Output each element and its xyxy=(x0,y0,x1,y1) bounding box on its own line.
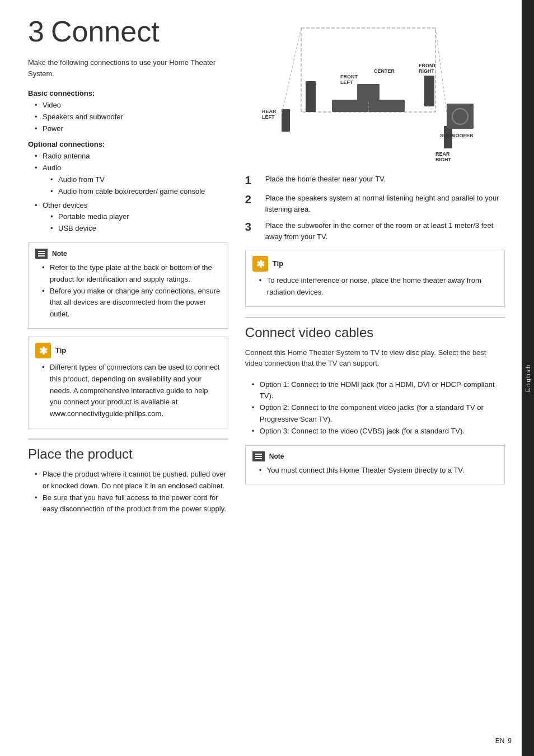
step-text: Place the home theater near your TV. xyxy=(265,174,505,187)
note-label: Note xyxy=(52,249,67,259)
step-text: Place the subwoofer in the corner of the… xyxy=(265,220,505,242)
audio-sub-list: Audio from TV Audio from cable box/recor… xyxy=(43,174,228,198)
svg-rect-12 xyxy=(282,109,290,132)
svg-text:RIGHT: RIGHT xyxy=(419,68,435,74)
optional-connections-label: Optional connections: xyxy=(28,140,228,148)
intro-text: Make the following connections to use yo… xyxy=(28,57,228,79)
section-divider-1 xyxy=(28,438,228,440)
list-item: Portable media player xyxy=(50,211,228,223)
list-item: Be sure that you have full access to the… xyxy=(35,492,228,516)
list-item: Audio from TV xyxy=(50,174,228,186)
chapter-number: 3 xyxy=(28,15,44,48)
list-item: USB device xyxy=(50,223,228,235)
tip-box-header-right: ✱ Tip xyxy=(252,256,498,272)
svg-text:✱: ✱ xyxy=(39,346,48,357)
connect-video-heading: Connect video cables xyxy=(245,325,505,340)
step-number: 3 xyxy=(245,220,261,242)
list-item: Option 1: Connect to the HDMI jack (for … xyxy=(252,379,505,403)
tip-label-right: Tip xyxy=(273,258,283,269)
list-item: Audio from cable box/recorder/ game cons… xyxy=(50,186,228,198)
list-item: Place the product where it cannot be pus… xyxy=(35,469,228,492)
chapter-heading: 3Connect xyxy=(28,17,228,46)
svg-text:RIGHT: RIGHT xyxy=(435,157,452,162)
step-text: Place the speakers system at normal list… xyxy=(265,193,505,214)
note-list-right: You must connect this Home Theater Syste… xyxy=(252,465,498,477)
connect-video-list: Option 1: Connect to the HDMI jack (for … xyxy=(245,379,505,437)
list-item: To reduce interference or noise, place t… xyxy=(259,275,498,298)
svg-text:SUBWOOFER: SUBWOOFER xyxy=(440,133,474,138)
tip-box-header-left: ✱ Tip xyxy=(35,343,221,358)
svg-rect-10 xyxy=(424,76,434,106)
note-icon-right xyxy=(252,451,265,461)
svg-rect-18 xyxy=(447,104,474,129)
page-number: 9 xyxy=(508,737,512,745)
tip-box-left: ✱ Tip Different types of connectors can … xyxy=(28,337,228,428)
list-item: Speakers and subwoofer xyxy=(35,111,228,123)
svg-text:LEFT: LEFT xyxy=(262,114,275,120)
diagram-svg: FRONT LEFT CENTER FRONT RIGHT REAR xyxy=(245,17,491,168)
note-box-header: Note xyxy=(35,249,221,259)
optional-connections-list: Radio antenna Audio Audio from TV Audio … xyxy=(28,151,228,235)
tip-label-left: Tip xyxy=(55,345,66,356)
list-item: Radio antenna xyxy=(35,151,228,162)
note-box-right: Note You must connect this Home Theater … xyxy=(245,445,505,485)
section-divider-2 xyxy=(245,317,505,318)
list-item: Power xyxy=(35,123,228,135)
placement-steps: 1 Place the home theater near your TV. 2… xyxy=(245,174,505,242)
note-list: Refer to the type plate at the back or b… xyxy=(35,262,221,320)
list-item: You must connect this Home Theater Syste… xyxy=(259,465,498,477)
step-item: 1 Place the home theater near your TV. xyxy=(245,174,505,187)
basic-connections-list: Video Speakers and subwoofer Power xyxy=(28,100,228,134)
list-item: Video xyxy=(35,100,228,111)
svg-text:REAR: REAR xyxy=(435,151,450,157)
svg-text:CENTER: CENTER xyxy=(374,68,395,74)
step-number: 1 xyxy=(245,174,261,187)
tip-list-left: Different types of connectors can be use… xyxy=(35,362,221,420)
note-box-left: Note Refer to the type plate at the back… xyxy=(28,242,228,329)
svg-line-22 xyxy=(435,28,447,112)
step-item: 2 Place the speakers system at normal li… xyxy=(245,193,505,214)
list-item: Audio Audio from TV Audio from cable box… xyxy=(35,162,228,197)
list-item: Option 3: Connect to the video (CVBS) ja… xyxy=(252,426,505,437)
svg-line-21 xyxy=(282,28,301,115)
svg-text:✱: ✱ xyxy=(256,259,264,270)
svg-rect-9 xyxy=(306,81,316,112)
svg-text:REAR: REAR xyxy=(262,109,277,114)
svg-line-23 xyxy=(301,109,306,112)
note-label-right: Note xyxy=(269,451,284,461)
tip-box-right: ✱ Tip To reduce interference or noise, p… xyxy=(245,250,505,307)
note-icon xyxy=(35,249,48,259)
svg-text:LEFT: LEFT xyxy=(340,80,353,85)
place-product-heading: Place the product xyxy=(28,446,228,462)
list-item: Refer to the type plate at the back or b… xyxy=(42,262,221,286)
step-item: 3 Place the subwoofer in the corner of t… xyxy=(245,220,505,242)
right-column: FRONT LEFT CENTER FRONT RIGHT REAR xyxy=(240,17,505,739)
tip-list-right: To reduce interference or noise, place t… xyxy=(252,275,498,298)
tip-icon-left: ✱ xyxy=(35,343,51,358)
svg-text:FRONT: FRONT xyxy=(340,74,358,80)
language-label: English xyxy=(524,364,531,392)
page-footer: EN 9 xyxy=(495,737,512,745)
place-product-list: Place the product where it cannot be pus… xyxy=(28,469,228,515)
step-number: 2 xyxy=(245,193,261,214)
list-item: Different types of connectors can be use… xyxy=(42,362,221,420)
connect-video-intro: Connect this Home Theater System to TV t… xyxy=(245,347,505,369)
note-box-header-right: Note xyxy=(252,451,498,461)
basic-connections-label: Basic connections: xyxy=(28,89,228,97)
list-item: Option 2: Connect to the component video… xyxy=(252,402,505,426)
page-lang-label: EN xyxy=(495,737,505,745)
svg-text:FRONT: FRONT xyxy=(419,63,436,68)
left-column: 3Connect Make the following connections … xyxy=(28,17,240,739)
svg-rect-11 xyxy=(357,84,380,101)
speaker-diagram: FRONT LEFT CENTER FRONT RIGHT REAR xyxy=(245,17,505,168)
chapter-title: Connect xyxy=(51,15,160,48)
list-item: Other devices Portable media player USB … xyxy=(35,200,228,235)
tip-icon-right: ✱ xyxy=(252,256,268,272)
side-tab: English xyxy=(522,0,534,756)
list-item: Before you make or change any connection… xyxy=(42,286,221,320)
other-sub-list: Portable media player USB device xyxy=(43,211,228,235)
